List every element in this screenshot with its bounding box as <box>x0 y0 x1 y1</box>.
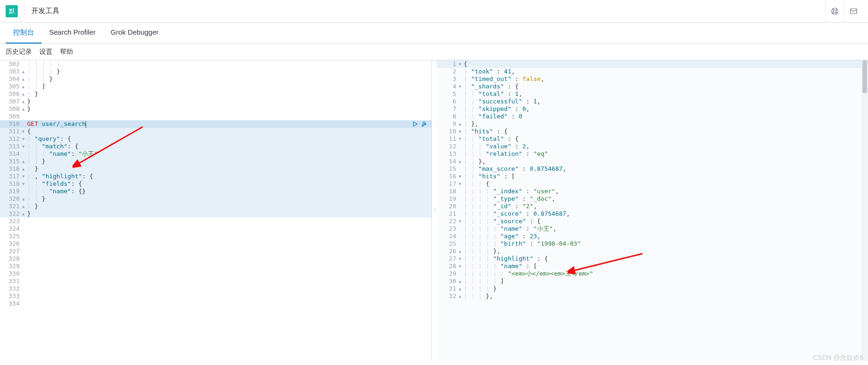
code-line[interactable]: 20| | | | "_id" : "2", <box>437 203 868 210</box>
top-bar: 默 开发工具 <box>0 0 868 22</box>
code-line[interactable]: 303▴| | | | } <box>0 68 431 75</box>
pane-resize-handle[interactable]: ⋮ <box>432 60 437 361</box>
response-viewer[interactable]: 1▾{2| "took" : 41,3| "timed_out" : false… <box>437 60 868 361</box>
code-line[interactable]: 15| | "max_score" : 0.8754687, <box>437 165 868 173</box>
code-line[interactable]: 313▾| | "match": { <box>0 143 431 150</box>
code-line[interactable]: 310GET user/_search <box>0 120 431 128</box>
svg-line-4 <box>832 12 833 14</box>
code-line[interactable]: 25| | | | | "birth" : "1998-04-03" <box>437 240 868 248</box>
code-line[interactable]: 24| | | | | "age" : 23, <box>437 233 868 240</box>
subtab-help[interactable]: 帮助 <box>60 48 73 56</box>
code-line[interactable]: 23| | | | | "name" : "小王", <box>437 225 868 233</box>
code-line[interactable]: 31▴| | | | } <box>437 285 868 292</box>
code-line[interactable]: 325 <box>0 233 431 240</box>
code-line[interactable]: 314| | | "name": "小王" <box>0 150 431 158</box>
svg-line-2 <box>832 8 833 10</box>
code-line[interactable]: 1▾{ <box>437 60 868 68</box>
code-line[interactable]: 28▾| | | | | "name" : [ <box>437 263 868 270</box>
code-line[interactable]: 329 <box>0 263 431 270</box>
code-line[interactable]: 331 <box>0 277 431 285</box>
workspace: 302| | | | | 303▴| | | | }304▴| | | }305… <box>0 60 868 361</box>
code-line[interactable]: 333 <box>0 292 431 300</box>
mail-icon[interactable] <box>844 0 862 22</box>
code-line[interactable]: 330 <box>0 270 431 277</box>
svg-point-1 <box>833 10 836 13</box>
code-line[interactable]: 305▴| | ] <box>0 83 431 90</box>
main-tabs: 控制台Search ProfilerGrok Debugger <box>0 22 868 44</box>
code-line[interactable]: 323 <box>0 218 431 225</box>
code-line[interactable]: 315▴| | } <box>0 158 431 165</box>
code-line[interactable]: 30▴| | | | | ] <box>437 277 868 285</box>
code-line[interactable]: 14▴| | }, <box>437 158 868 165</box>
app-badge: 默 <box>6 5 18 17</box>
code-line[interactable]: 302| | | | | <box>0 60 431 68</box>
code-line[interactable]: 26▴| | | | }, <box>437 248 868 255</box>
code-line[interactable]: 326 <box>0 240 431 248</box>
code-line[interactable]: 29| | | | | | "<em>小</em><em>王</em>" <box>437 270 868 277</box>
code-line[interactable]: 22▾| | | | "_source" : { <box>437 218 868 225</box>
code-line[interactable]: 306▴| } <box>0 90 431 98</box>
code-line[interactable]: 8| | "failed" : 0 <box>437 113 868 120</box>
code-line[interactable]: 316▴| } <box>0 165 431 173</box>
request-editor[interactable]: 302| | | | | 303▴| | | | }304▴| | | }305… <box>0 60 432 361</box>
code-line[interactable]: 321▴| } <box>0 203 431 210</box>
run-icon[interactable] <box>412 121 418 127</box>
code-line[interactable]: 19| | | | "_type" : "_doc", <box>437 195 868 203</box>
divider <box>24 4 25 18</box>
code-line[interactable]: 7| | "skipped" : 0, <box>437 105 868 113</box>
svg-line-5 <box>836 8 837 10</box>
code-line[interactable]: 322▴} <box>0 210 431 218</box>
code-line[interactable]: 332 <box>0 285 431 292</box>
subtab-settings[interactable]: 设置 <box>39 48 52 56</box>
code-line[interactable]: 304▴| | | } <box>0 75 431 83</box>
code-line[interactable]: 311▾{ <box>0 128 431 135</box>
code-line[interactable]: 2| "took" : 41, <box>437 68 868 75</box>
code-line[interactable]: 334 <box>0 300 431 307</box>
code-line[interactable]: 13| | | "relation" : "eq" <box>437 150 868 158</box>
code-line[interactable]: 9▴| }, <box>437 120 868 128</box>
code-line[interactable]: 32▴| | | }, <box>437 292 868 300</box>
code-line[interactable]: 5| | "total" : 1, <box>437 90 868 98</box>
tab-1[interactable]: Search Profiler <box>42 22 103 44</box>
code-line[interactable]: 4▾| "_shards" : { <box>437 83 868 90</box>
code-line[interactable]: 18| | | | "_index" : "user", <box>437 188 868 195</box>
code-line[interactable]: 317▾| , "highlight": { <box>0 173 431 180</box>
svg-rect-6 <box>850 8 857 14</box>
code-line[interactable]: 12| | | "value" : 2, <box>437 143 868 150</box>
code-line[interactable]: 10▾| "hits" : { <box>437 128 868 135</box>
app-title: 开发工具 <box>31 7 59 15</box>
code-line[interactable]: 3| "timed_out" : false, <box>437 75 868 83</box>
code-line[interactable]: 6| | "successful" : 1, <box>437 98 868 105</box>
code-line[interactable]: 320▴| | } <box>0 195 431 203</box>
lifebuoy-icon[interactable] <box>825 0 844 22</box>
svg-marker-7 <box>414 122 417 126</box>
code-line[interactable]: 11▾| | "total" : { <box>437 135 868 143</box>
code-line[interactable]: 327 <box>0 248 431 255</box>
code-line[interactable]: 17▾| | | { <box>437 180 868 188</box>
tab-0[interactable]: 控制台 <box>6 22 42 44</box>
code-line[interactable]: 324 <box>0 225 431 233</box>
code-line[interactable]: 328 <box>0 255 431 263</box>
scrollbar[interactable] <box>861 60 868 361</box>
subtab-history[interactable]: 历史记录 <box>6 48 32 56</box>
code-line[interactable]: 309 <box>0 113 431 120</box>
svg-line-3 <box>836 12 837 14</box>
code-line[interactable]: 319| | | "name": {} <box>0 188 431 195</box>
code-line[interactable]: 312▾| "query": { <box>0 135 431 143</box>
watermark: CSDN @念奴娇6 <box>813 354 863 361</box>
code-line[interactable]: 307▴} <box>0 98 431 105</box>
tab-2[interactable]: Grok Debugger <box>103 22 166 44</box>
code-line[interactable]: 308▴} <box>0 105 431 113</box>
wrench-icon[interactable] <box>421 121 428 127</box>
code-line[interactable]: 318▾| | "fields": { <box>0 180 431 188</box>
code-line[interactable]: 16▾| | "hits" : [ <box>437 173 868 180</box>
sub-tabs: 历史记录 设置 帮助 <box>0 44 868 60</box>
code-line[interactable]: 27▾| | | | "highlight" : { <box>437 255 868 263</box>
code-line[interactable]: 21| | | | "_score" : 0.8754687, <box>437 210 868 218</box>
